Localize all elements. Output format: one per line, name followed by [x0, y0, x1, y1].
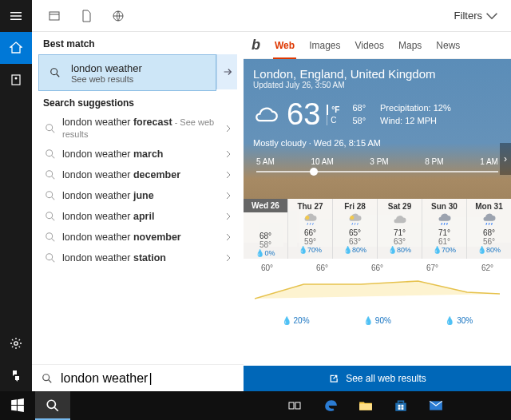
weather-low: 58°: [352, 116, 366, 125]
weather-timeline: 5 AM10 AM3 PM8 PM1 AM: [253, 157, 501, 166]
chevron-right-icon: [224, 254, 232, 262]
toolbar-documents-icon[interactable]: [70, 0, 102, 32]
rail-feedback-button[interactable]: [0, 359, 32, 391]
see-all-label: See all web results: [346, 373, 426, 384]
rail-menu-button[interactable]: [0, 0, 32, 32]
forecast-day[interactable]: Sun 30 71° 61° 💧70%: [422, 199, 467, 259]
svg-point-22: [350, 216, 354, 220]
chevron-right-icon: [224, 125, 232, 133]
svg-point-21: [305, 216, 309, 220]
chart-precip-label: 💧 30%: [445, 316, 473, 325]
forecast-day[interactable]: Wed 26 68° 58° 💧0%: [244, 199, 288, 259]
best-match-title: london weather: [71, 62, 209, 74]
svg-rect-0: [12, 75, 20, 85]
svg-point-5: [51, 69, 57, 75]
timeline-tick: 10 AM: [311, 157, 333, 166]
svg-point-24: [47, 400, 55, 408]
suggestion-item[interactable]: london weather station: [38, 248, 237, 268]
search-icon: [43, 232, 57, 243]
filters-button[interactable]: Filters: [454, 10, 505, 22]
weather-units[interactable]: °F C: [327, 105, 339, 125]
rail-settings-button[interactable]: [0, 327, 32, 359]
rail-home-button[interactable]: [0, 32, 32, 64]
suggestion-item[interactable]: london weather november: [38, 227, 237, 248]
see-all-results-button[interactable]: See all web results: [244, 366, 511, 391]
bing-tab-images[interactable]: Images: [307, 34, 342, 57]
taskbar-mail[interactable]: [418, 391, 454, 420]
bing-tab-news[interactable]: News: [434, 34, 461, 57]
suggestion-item[interactable]: london weather december: [38, 164, 237, 185]
chevron-right-icon: [224, 212, 232, 220]
cloud-icon: [378, 211, 422, 228]
rail-notebook-button[interactable]: [0, 64, 32, 96]
forecast-day[interactable]: Sat 29 71° 63° 💧80%: [378, 199, 422, 259]
suggestion-item[interactable]: london weather forecast - See web result…: [38, 113, 237, 144]
forecast-day[interactable]: Mon 31 68° 56° 💧80%: [467, 199, 511, 259]
start-button[interactable]: [0, 391, 35, 420]
weather-wind: 12 MPH: [405, 116, 437, 125]
task-view-button[interactable]: [278, 391, 313, 420]
chart-temp-label: 66°: [371, 263, 383, 272]
weather-updated: Updated July 26, 3:50 AM: [253, 81, 501, 89]
chart-temp-label: 62°: [481, 263, 493, 272]
bing-tab-videos[interactable]: Videos: [353, 34, 385, 57]
cloud-icon: [253, 101, 280, 129]
svg-point-1: [15, 77, 18, 80]
svg-point-23: [43, 374, 50, 380]
taskbar-search-button[interactable]: [35, 391, 70, 420]
weather-temp: 63: [287, 97, 320, 132]
toolbar-apps-icon[interactable]: [38, 0, 70, 32]
chevron-right-icon: [224, 150, 232, 158]
svg-rect-27: [359, 404, 372, 410]
forecast-next-button[interactable]: ›: [500, 143, 511, 175]
search-results-panel: Best match london weather See web result…: [32, 32, 511, 391]
suggestion-text: london weather april: [57, 211, 224, 223]
best-match-open-button[interactable]: [216, 54, 237, 89]
toolbar-web-icon[interactable]: [102, 0, 134, 32]
svg-point-12: [46, 254, 53, 260]
open-icon: [328, 373, 339, 384]
slider-thumb[interactable]: [310, 168, 318, 176]
timeline-tick: 1 AM: [480, 157, 498, 166]
suggestion-text: london weather december: [57, 169, 224, 181]
search-icon: [43, 211, 57, 222]
taskbar-explorer[interactable]: [348, 391, 383, 420]
bing-tab-web[interactable]: Web: [273, 34, 296, 59]
rain-icon: [422, 211, 466, 228]
weather-time-slider[interactable]: [256, 171, 498, 172]
svg-rect-29: [398, 405, 401, 407]
filters-label: Filters: [454, 10, 482, 22]
suggestion-text: london weather march: [57, 149, 224, 160]
suggestion-text: london weather station: [57, 252, 224, 264]
svg-point-7: [46, 150, 53, 157]
hourly-chart: 60°66°66°67°62° 💧 20%💧 90%💧 30%: [244, 259, 511, 347]
bing-logo[interactable]: b: [252, 37, 260, 53]
search-icon: [43, 123, 57, 134]
best-match-item[interactable]: london weather See web results: [38, 54, 216, 91]
suggestion-list: london weather forecast - See web result…: [32, 113, 244, 268]
suggestion-item[interactable]: london weather march: [38, 144, 237, 164]
bing-tabs: b WebImagesVideosMapsNews: [244, 32, 511, 59]
suggestion-item[interactable]: london weather june: [38, 185, 237, 206]
svg-point-8: [46, 171, 53, 177]
cortana-search-box[interactable]: london weather: [32, 364, 244, 391]
best-match-header: Best match: [32, 32, 244, 54]
chart-temp-label: 67°: [426, 263, 438, 272]
chart-precip-label: 💧 20%: [282, 316, 310, 325]
bing-tab-maps[interactable]: Maps: [397, 34, 423, 57]
weather-high: 68°: [352, 103, 366, 113]
forecast-day[interactable]: Fri 28 65° 63° 💧80%: [333, 199, 378, 259]
search-input-text: london weather: [61, 371, 153, 386]
weather-condition: Mostly cloudy · Wed 26, 8:15 AM: [253, 138, 501, 148]
taskbar-edge[interactable]: [313, 391, 348, 420]
forecast-day[interactable]: Thu 27 66° 59° 💧70%: [288, 199, 333, 259]
svg-point-11: [46, 233, 53, 240]
chevron-right-icon: [224, 192, 232, 200]
suggestion-text: london weather forecast - See web result…: [57, 117, 224, 141]
svg-rect-32: [402, 407, 404, 410]
search-toolbar: Filters: [32, 0, 511, 32]
suggestion-item[interactable]: london weather april: [38, 206, 237, 227]
taskbar-store[interactable]: [383, 391, 418, 420]
moon-icon: [244, 214, 287, 232]
suggestions-header: Search suggestions: [32, 91, 244, 113]
